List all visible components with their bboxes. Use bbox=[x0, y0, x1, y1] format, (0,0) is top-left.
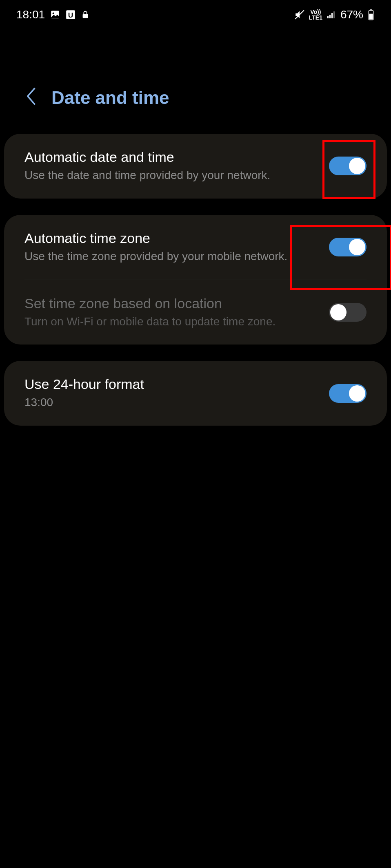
status-left: 18:01 U bbox=[16, 8, 90, 21]
svg-rect-4 bbox=[83, 14, 88, 18]
toggle-location-timezone bbox=[329, 303, 367, 322]
row-subtitle: 13:00 bbox=[24, 395, 317, 410]
toggle-auto-datetime[interactable] bbox=[329, 157, 367, 175]
row-title: Use 24-hour format bbox=[24, 376, 317, 392]
back-button[interactable] bbox=[24, 86, 37, 109]
row-title: Automatic date and time bbox=[24, 149, 317, 165]
row-24hour[interactable]: Use 24-hour format 13:00 bbox=[4, 361, 387, 426]
image-icon bbox=[50, 9, 60, 20]
row-subtitle: Use the time zone provided by your mobil… bbox=[24, 249, 317, 264]
svg-rect-9 bbox=[333, 11, 335, 18]
svg-text:U: U bbox=[68, 11, 73, 19]
card-timezone: Automatic time zone Use the time zone pr… bbox=[4, 215, 387, 345]
volte-icon: Vo))LTE1 bbox=[309, 9, 322, 20]
signal-icon bbox=[327, 10, 336, 20]
toggle-knob bbox=[349, 158, 365, 174]
row-auto-datetime[interactable]: Automatic date and time Use the date and… bbox=[4, 134, 387, 199]
svg-rect-12 bbox=[369, 14, 373, 20]
card-24hour: Use 24-hour format 13:00 bbox=[4, 361, 387, 426]
lock-icon bbox=[81, 9, 90, 20]
row-text: Use 24-hour format 13:00 bbox=[24, 376, 317, 410]
page-header: Date and time bbox=[0, 29, 391, 134]
row-title: Automatic time zone bbox=[24, 230, 317, 246]
card-auto-datetime: Automatic date and time Use the date and… bbox=[4, 134, 387, 199]
toggle-knob bbox=[349, 239, 365, 255]
page-title: Date and time bbox=[51, 88, 169, 108]
battery-icon bbox=[367, 9, 375, 20]
row-text: Automatic date and time Use the date and… bbox=[24, 149, 317, 183]
toggle-knob bbox=[349, 385, 365, 402]
svg-rect-6 bbox=[327, 16, 329, 18]
toggle-knob bbox=[330, 304, 347, 320]
toggle-24hour[interactable] bbox=[329, 384, 367, 403]
mute-icon bbox=[294, 9, 305, 20]
svg-rect-7 bbox=[329, 15, 331, 18]
svg-point-1 bbox=[53, 13, 54, 14]
row-subtitle: Use the date and time provided by your n… bbox=[24, 168, 317, 183]
battery-percent: 67% bbox=[340, 8, 363, 21]
row-location-timezone: Set time zone based on location Turn on … bbox=[4, 280, 387, 345]
svg-rect-11 bbox=[370, 9, 372, 10]
row-subtitle: Turn on Wi-Fi or mobile data to update t… bbox=[24, 314, 317, 329]
toggle-auto-timezone[interactable] bbox=[329, 238, 367, 256]
status-right: Vo))LTE1 67% bbox=[294, 8, 375, 21]
row-text: Set time zone based on location Turn on … bbox=[24, 296, 317, 329]
u-icon: U bbox=[65, 9, 76, 20]
row-text: Automatic time zone Use the time zone pr… bbox=[24, 230, 317, 264]
row-title: Set time zone based on location bbox=[24, 296, 317, 311]
status-bar: 18:01 U Vo))LTE1 67% bbox=[0, 0, 391, 29]
status-time: 18:01 bbox=[16, 8, 45, 21]
svg-rect-8 bbox=[331, 13, 333, 18]
row-auto-timezone[interactable]: Automatic time zone Use the time zone pr… bbox=[4, 215, 387, 280]
